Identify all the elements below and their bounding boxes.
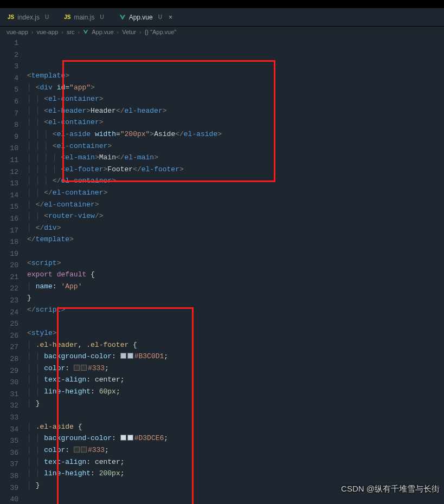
line-number: 21: [0, 272, 18, 283]
code-line[interactable]: │ │ <el-container>: [27, 117, 444, 128]
code-line[interactable]: [27, 315, 444, 327]
line-number: 3: [0, 61, 18, 73]
editor[interactable]: 1234567891011121314151617181920212223242…: [0, 37, 444, 504]
breadcrumb-item[interactable]: App.vue: [92, 29, 113, 35]
code-line[interactable]: │ │ │ │ <el-footer>Footer</el-footer>: [27, 164, 444, 176]
line-number: 27: [0, 341, 18, 353]
code-line[interactable]: <template>: [27, 70, 444, 82]
vue-icon: [83, 29, 88, 35]
breadcrumb-item[interactable]: {} "App.vue": [145, 29, 177, 35]
line-number: 25: [0, 318, 18, 330]
line-number: 1: [0, 37, 18, 49]
breadcrumb-item[interactable]: src: [67, 29, 75, 35]
code-line[interactable]: <script>: [27, 257, 444, 269]
tab-App-vue[interactable]: App.vueU×: [112, 8, 180, 26]
line-number: 35: [0, 435, 18, 447]
tab-label: index.js: [17, 14, 40, 21]
line-number: 7: [0, 108, 18, 120]
code-line[interactable]: │ │ color: #333;: [27, 444, 444, 456]
code-line[interactable]: </script>: [27, 304, 444, 316]
code-line[interactable]: │ │ background-color: #B3C0D1;: [27, 351, 444, 363]
code-line[interactable]: │ │ text-align: center;: [27, 374, 444, 386]
chevron-right-icon: ›: [139, 29, 141, 35]
vue-icon: [119, 14, 126, 21]
code-line[interactable]: │ │ text-align: center;: [27, 456, 444, 468]
line-number: 14: [0, 190, 18, 202]
code-line[interactable]: │ .el-header, .el-footer {: [27, 339, 444, 351]
code-line[interactable]: [27, 491, 444, 503]
code-line[interactable]: }: [27, 292, 444, 304]
code-line[interactable]: │ │ │ <el-container>: [27, 140, 444, 152]
line-number: 18: [0, 236, 18, 248]
line-number: 5: [0, 84, 18, 96]
code-line[interactable]: │ │ <router-view/>: [27, 210, 444, 222]
line-number: 33: [0, 412, 18, 424]
line-number: 30: [0, 377, 18, 389]
tab-index-js[interactable]: JSindex.jsU: [0, 8, 56, 26]
js-icon: JS: [64, 14, 70, 20]
modified-indicator: U: [100, 14, 104, 20]
tab-label: App.vue: [129, 14, 153, 21]
code-line[interactable]: │ │ <el-container>: [27, 93, 444, 105]
code-line[interactable]: [27, 409, 444, 421]
line-number: 34: [0, 424, 18, 436]
code-line[interactable]: </template>: [27, 234, 444, 245]
line-number: 11: [0, 154, 18, 166]
code-line[interactable]: │ name: 'App': [27, 281, 444, 293]
breadcrumb-item[interactable]: vue-app: [36, 29, 58, 35]
code-line[interactable]: <style>: [27, 327, 444, 339]
tab-main-js[interactable]: JSmain.jsU: [56, 8, 111, 26]
line-number: 15: [0, 201, 18, 213]
modified-indicator: U: [158, 14, 162, 20]
line-number: 2: [0, 49, 18, 61]
breadcrumb-item[interactable]: Vetur: [122, 29, 136, 35]
code-line[interactable]: │ }: [27, 480, 444, 492]
chevron-right-icon: ›: [78, 29, 80, 35]
code-line[interactable]: │ │ <el-header>Header</el-header>: [27, 105, 444, 117]
line-number: 4: [0, 73, 18, 85]
code-line[interactable]: │ │ line-height: 60px;: [27, 386, 444, 398]
js-icon: JS: [8, 14, 14, 20]
close-icon[interactable]: ×: [169, 14, 172, 21]
code-line[interactable]: │ │ │ │ <el-main>Main</el-main>: [27, 152, 444, 164]
line-number: 12: [0, 166, 18, 178]
breadcrumb-item[interactable]: vue-app: [7, 29, 28, 35]
line-gutter: 1234567891011121314151617181920212223242…: [0, 37, 27, 504]
code-line[interactable]: │ │ line-height: 200px;: [27, 468, 444, 480]
menubar[interactable]: [0, 0, 444, 8]
code-line[interactable]: │ </el-container>: [27, 199, 444, 211]
code-line[interactable]: │ │ background-color: #D3DCE6;: [27, 432, 444, 444]
line-number: 28: [0, 353, 18, 365]
code-line[interactable]: │ │ │ </el-container>: [27, 175, 444, 187]
line-number: 8: [0, 119, 18, 131]
code-line[interactable]: │ }: [27, 398, 444, 410]
code-line[interactable]: [27, 245, 444, 257]
code-line[interactable]: export default {: [27, 269, 444, 281]
line-number: 13: [0, 178, 18, 190]
line-number: 31: [0, 389, 18, 400]
code-line[interactable]: │ <div id="app">: [27, 82, 444, 94]
chevron-right-icon: ›: [61, 29, 63, 35]
line-number: 19: [0, 248, 18, 260]
line-number: 23: [0, 295, 18, 307]
line-number: 37: [0, 458, 18, 470]
code-line[interactable]: │ </div>: [27, 222, 444, 234]
line-number: 38: [0, 470, 18, 482]
code-line[interactable]: │ │ │ <el-aside width="200px">Aside</el-…: [27, 128, 444, 140]
breadcrumb[interactable]: vue-app›vue-app›src›App.vue›Vetur›{} "Ap…: [0, 27, 444, 37]
line-number: 29: [0, 365, 18, 377]
code-area[interactable]: <template>│ <div id="app">│ │ <el-contai…: [27, 37, 444, 504]
line-number: 20: [0, 260, 18, 272]
code-line[interactable]: │ │ </el-container>: [27, 187, 444, 199]
line-number: 17: [0, 225, 18, 237]
code-line[interactable]: │ .el-aside {: [27, 421, 444, 433]
chevron-right-icon: ›: [117, 29, 119, 35]
tab-label: main.js: [74, 14, 94, 21]
line-number: 10: [0, 143, 18, 154]
line-number: 39: [0, 482, 18, 494]
line-number: 22: [0, 283, 18, 295]
code-line[interactable]: │ │ color: #333;: [27, 363, 444, 374]
line-number: 26: [0, 330, 18, 342]
line-number: 6: [0, 96, 18, 108]
modified-indicator: U: [45, 14, 49, 20]
